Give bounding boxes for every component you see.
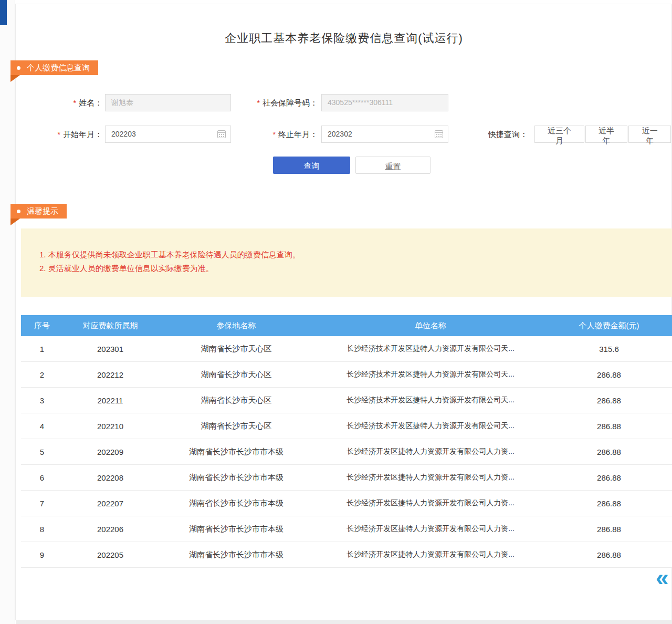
start-month-label: *开始年月：: [32, 130, 102, 140]
table-cell: 202210: [63, 422, 158, 431]
table-cell: 8: [21, 525, 63, 534]
end-month-input[interactable]: 202302: [321, 126, 448, 143]
table-cell: 286.88: [546, 396, 672, 405]
table-cell: 286.88: [546, 499, 672, 508]
table-cell: 286.88: [546, 448, 672, 456]
reset-button[interactable]: 重置: [355, 157, 430, 174]
table-row: 2202212湖南省长沙市天心区长沙经济技术开发区捷特人力资源开发有限公司天..…: [21, 362, 672, 388]
table-cell: 202209: [63, 448, 158, 456]
rail-blue-tab: [0, 0, 7, 25]
quick-range-button-1[interactable]: 近半年: [585, 126, 628, 143]
table-row: 1202301湖南省长沙市天心区长沙经济技术开发区捷特人力资源开发有限公司天..…: [21, 336, 672, 362]
quick-range-button-2[interactable]: 近一年: [628, 126, 671, 143]
table-cell: 286.88: [546, 370, 672, 379]
table-cell: 湖南省长沙市天心区: [158, 344, 315, 354]
left-rail: [0, 0, 15, 624]
column-header: 单位名称: [315, 321, 546, 331]
table-cell: 202208: [63, 473, 158, 482]
badge-bullet-icon: [17, 66, 20, 70]
table-cell: 7: [21, 499, 63, 508]
column-header: 对应费款所属期: [63, 321, 158, 331]
required-asterisk: *: [257, 99, 260, 107]
notice-line-2: 2. 灵活就业人员的缴费单位信息以实际缴费为准。: [39, 262, 672, 275]
table-cell: 湖南省长沙市长沙市市本级: [158, 524, 315, 534]
table-cell: 286.88: [546, 473, 672, 482]
quick-query-label: 快捷查询：: [488, 130, 533, 140]
table-cell: 202211: [63, 396, 158, 405]
calendar-icon[interactable]: [217, 130, 226, 138]
table-header-row: 序号对应费款所属期参保地名称单位名称个人缴费金额(元): [21, 315, 672, 336]
double-chevron-left-icon[interactable]: «: [656, 566, 668, 589]
query-button[interactable]: 查询: [273, 157, 350, 174]
table-cell: 湖南省长沙市天心区: [158, 370, 315, 380]
tips-badge-label: 温馨提示: [27, 206, 58, 216]
notice-box: 1. 本服务仅提供尚未领取企业职工基本养老保险待遇人员的缴费信息查询。 2. 灵…: [21, 228, 672, 297]
table-cell: 6: [21, 473, 63, 482]
column-header: 参保地名称: [158, 321, 315, 331]
table-cell: 4: [21, 422, 63, 431]
badge-fold: [10, 219, 20, 225]
end-month-label: *终止年月：: [226, 130, 318, 140]
table-cell: 湖南省长沙市长沙市市本级: [158, 550, 315, 560]
name-label: *姓名：: [32, 98, 102, 108]
table-body: 1202301湖南省长沙市天心区长沙经济技术开发区捷特人力资源开发有限公司天..…: [21, 336, 672, 568]
table-cell: 5: [21, 448, 63, 456]
table-cell: 2: [21, 370, 63, 379]
notice-line-1: 1. 本服务仅提供尚未领取企业职工基本养老保险待遇人员的缴费信息查询。: [39, 248, 672, 262]
table-cell: 长沙经济技术开发区捷特人力资源开发有限公司天...: [315, 344, 546, 353]
name-input[interactable]: 谢旭泰: [105, 94, 231, 111]
badge-bullet-icon: [17, 210, 20, 213]
table-cell: 长沙经济技术开发区捷特人力资源开发有限公司天...: [315, 396, 546, 405]
table-cell: 286.88: [546, 550, 672, 559]
table-cell: 202301: [63, 345, 158, 353]
page-title: 企业职工基本养老保险缴费信息查询(试运行): [16, 30, 672, 46]
table-row: 6202208湖南省长沙市长沙市市本级长沙经济开发区捷特人力资源开发有限公司人力…: [21, 465, 672, 491]
table-row: 7202207湖南省长沙市长沙市市本级长沙经济开发区捷特人力资源开发有限公司人力…: [21, 491, 672, 516]
required-asterisk: *: [74, 99, 76, 107]
quick-query-button-group: 近三个月近半年近一年: [534, 126, 672, 143]
badge-fold: [10, 75, 20, 82]
table-cell: 湖南省长沙市天心区: [158, 396, 315, 405]
ssn-input[interactable]: 430525******306111: [321, 94, 448, 111]
section-badge-label: 个人缴费信息查询: [27, 63, 90, 73]
table-cell: 202206: [63, 525, 158, 534]
table-cell: 湖南省长沙市长沙市市本级: [158, 447, 315, 457]
table-cell: 202205: [63, 550, 158, 559]
table-row: 5202209湖南省长沙市长沙市市本级长沙经济开发区捷特人力资源开发有限公司人力…: [21, 439, 672, 465]
table-cell: 202212: [63, 370, 158, 379]
table-row: 9202205湖南省长沙市长沙市市本级长沙经济开发区捷特人力资源开发有限公司人力…: [21, 542, 672, 568]
calendar-icon[interactable]: [435, 130, 443, 138]
table-cell: 202207: [63, 499, 158, 508]
section-badge-tips: 温馨提示: [10, 204, 67, 219]
table-cell: 286.88: [546, 525, 672, 534]
required-asterisk: *: [273, 130, 276, 139]
table-row: 8202206湖南省长沙市长沙市市本级长沙经济开发区捷特人力资源开发有限公司人力…: [21, 516, 672, 542]
table-cell: 长沙经济开发区捷特人力资源开发有限公司人力资...: [315, 524, 546, 534]
table-cell: 长沙经济开发区捷特人力资源开发有限公司人力资...: [315, 550, 546, 559]
pension-query-page: 企业职工基本养老保险缴费信息查询(试运行) 个人缴费信息查询 *姓名： 谢旭泰 …: [0, 0, 672, 624]
section-badge-personal-query: 个人缴费信息查询: [10, 60, 98, 75]
start-month-input[interactable]: 202203: [105, 126, 231, 143]
table-cell: 3: [21, 396, 63, 405]
table-cell: 湖南省长沙市天心区: [158, 421, 315, 431]
table-cell: 长沙经济技术开发区捷特人力资源开发有限公司天...: [315, 370, 546, 379]
required-asterisk: *: [58, 130, 60, 139]
table-cell: 1: [21, 345, 63, 353]
table-cell: 长沙经济开发区捷特人力资源开发有限公司人力资...: [315, 447, 546, 456]
table-cell: 湖南省长沙市长沙市市本级: [158, 498, 315, 508]
table-cell: 湖南省长沙市长沙市市本级: [158, 473, 315, 483]
results-table: 序号对应费款所属期参保地名称单位名称个人缴费金额(元) 1202301湖南省长沙…: [21, 315, 672, 568]
table-cell: 长沙经济开发区捷特人力资源开发有限公司人力资...: [315, 498, 546, 508]
table-row: 4202210湖南省长沙市天心区长沙经济技术开发区捷特人力资源开发有限公司天..…: [21, 413, 672, 439]
footer-strip: [16, 620, 672, 624]
table-cell: 9: [21, 550, 63, 559]
table-cell: 286.88: [546, 422, 672, 431]
ssn-label: *社会保障号码：: [226, 98, 318, 108]
table-row: 3202211湖南省长沙市天心区长沙经济技术开发区捷特人力资源开发有限公司天..…: [21, 388, 672, 413]
table-cell: 长沙经济技术开发区捷特人力资源开发有限公司天...: [315, 421, 546, 431]
column-header: 个人缴费金额(元): [546, 321, 672, 331]
table-cell: 315.6: [546, 345, 672, 353]
quick-range-button-0[interactable]: 近三个月: [534, 126, 584, 143]
table-cell: 长沙经济开发区捷特人力资源开发有限公司人力资...: [315, 473, 546, 482]
column-header: 序号: [21, 321, 63, 331]
